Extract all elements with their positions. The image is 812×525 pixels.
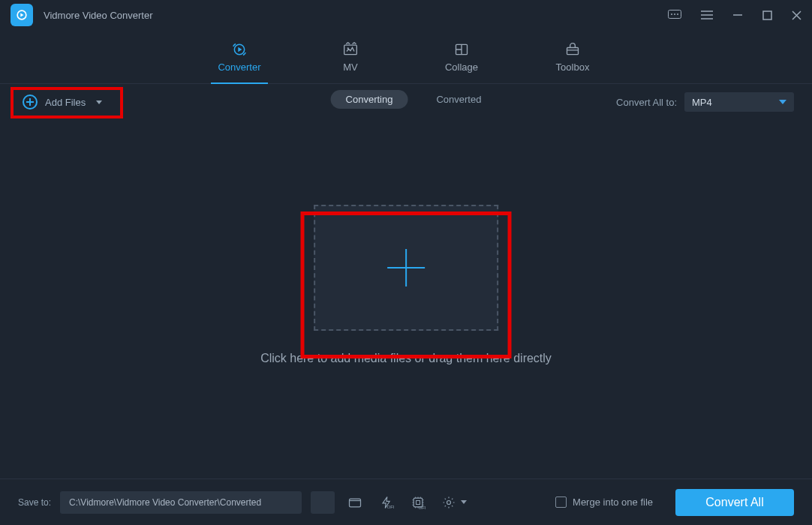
close-button[interactable]: [792, 10, 801, 20]
chevron-down-icon: [461, 500, 467, 504]
tab-toolbox-label: Toolbox: [556, 62, 590, 73]
svg-point-4: [677, 14, 678, 15]
plus-icon: [387, 249, 425, 286]
svg-point-8: [347, 47, 349, 49]
hardware-accel-button[interactable]: OFF: [375, 491, 398, 514]
tab-converter[interactable]: Converter: [212, 42, 266, 83]
minimize-button[interactable]: [732, 10, 743, 20]
svg-text:OFF: OFF: [419, 506, 426, 510]
gpu-button[interactable]: OFF: [407, 491, 429, 514]
app-logo: [11, 4, 33, 26]
output-format-value: MP4: [692, 97, 712, 108]
svg-point-2: [671, 14, 672, 15]
open-folder-button[interactable]: [344, 491, 366, 514]
convert-all-button[interactable]: Convert All: [675, 489, 794, 516]
tab-mv[interactable]: MV: [323, 42, 377, 83]
svg-text:OFF: OFF: [387, 505, 394, 509]
conversion-state-tabs: Converting Converted: [331, 90, 482, 109]
save-path-display[interactable]: C:\Vidmore\Vidmore Video Converter\Conve…: [60, 491, 302, 514]
output-format-dropdown[interactable]: MP4: [684, 92, 794, 112]
tab-toolbox[interactable]: Toolbox: [546, 42, 600, 83]
chevron-down-icon: [96, 100, 102, 104]
add-files-button[interactable]: Add Files: [18, 92, 107, 112]
svg-point-3: [674, 14, 675, 15]
merge-checkbox[interactable]: Merge into one file: [555, 496, 653, 508]
tab-converted[interactable]: Converted: [436, 94, 481, 105]
window-controls: [668, 10, 801, 20]
save-path-value: C:\Vidmore\Vidmore Video Converter\Conve…: [69, 497, 261, 508]
feedback-icon[interactable]: [668, 10, 681, 20]
tab-collage[interactable]: Collage: [435, 42, 489, 83]
footer-bar: Save to: C:\Vidmore\Vidmore Video Conver…: [0, 478, 812, 525]
merge-label: Merge into one file: [573, 496, 653, 508]
drop-zone-hint: Click here to add media files or drag th…: [260, 352, 552, 365]
save-to-label: Save to:: [18, 497, 51, 508]
app-title: Vidmore Video Converter: [44, 10, 668, 21]
save-path-dropdown[interactable]: [311, 491, 335, 514]
convert-all-to-label: Convert All to:: [616, 97, 677, 108]
tab-converting[interactable]: Converting: [331, 90, 408, 109]
add-files-label: Add Files: [45, 97, 86, 108]
tab-collage-label: Collage: [445, 62, 478, 73]
plus-circle-icon: [23, 94, 38, 110]
svg-point-16: [447, 500, 451, 504]
titlebar: Vidmore Video Converter: [0, 0, 812, 30]
checkbox-icon: [555, 496, 567, 508]
svg-rect-10: [567, 48, 579, 55]
svg-rect-14: [417, 500, 420, 504]
tab-mv-label: MV: [343, 62, 358, 73]
svg-rect-5: [763, 11, 771, 20]
chevron-down-icon: [779, 100, 786, 104]
main-tabs: Converter MV Collage Toolbox: [0, 30, 812, 84]
menu-icon[interactable]: [701, 10, 713, 20]
settings-dropdown[interactable]: [438, 495, 470, 510]
svg-rect-11: [350, 499, 361, 507]
drop-zone[interactable]: [314, 205, 498, 331]
work-area: Click here to add media files or drag th…: [0, 120, 812, 478]
maximize-button[interactable]: [762, 10, 772, 20]
convert-all-to-group: Convert All to: MP4: [616, 92, 794, 112]
tab-converter-label: Converter: [218, 62, 260, 73]
